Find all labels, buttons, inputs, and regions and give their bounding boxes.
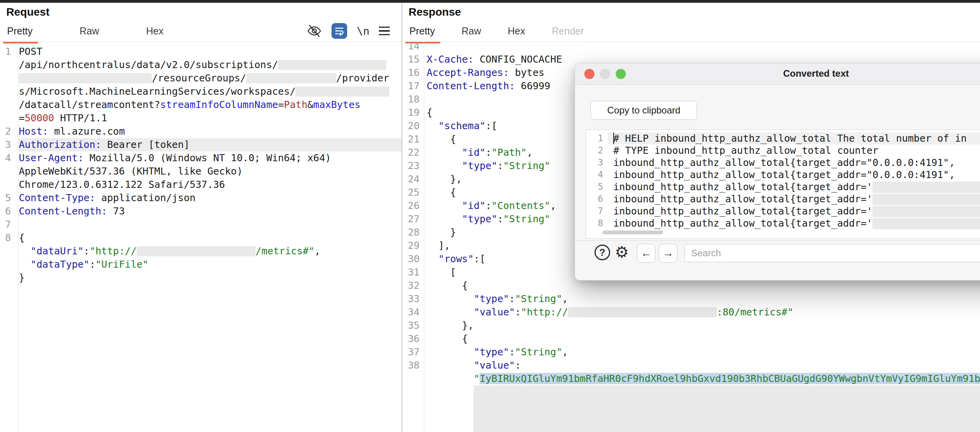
line-number: 16 (402, 66, 426, 79)
code-text: : (84, 245, 90, 257)
line-number: 23 (402, 159, 426, 173)
code-line: inbound_http_authz_allow_total{target_ad… (608, 169, 980, 181)
tab-hex[interactable]: Hex (146, 25, 163, 43)
converted-text-code[interactable]: 1# HELP inbound_http_authz_allow_total T… (585, 130, 980, 239)
code-line: } (18, 271, 402, 284)
line-number: 5 (0, 191, 18, 205)
code-row: 8{ (0, 231, 402, 245)
next-match-button[interactable]: → (659, 244, 677, 263)
code-row: 14 (402, 42, 980, 53)
request-editor[interactable]: 1POST/api/northcentralus/data/v2.0/subsc… (0, 42, 402, 432)
code-text: inbound_http_authz_allow_total{target_ad… (613, 169, 955, 180)
code-text: streamInfoColumnName (160, 99, 278, 110)
code-text: { (19, 232, 25, 243)
tab-pretty[interactable]: Pretty (7, 25, 32, 43)
line-number: 6 (586, 193, 608, 205)
line-number: 8 (586, 217, 608, 229)
code-line: s/Microsoft.MachineLearningServices/work… (18, 85, 402, 98)
code-text: "String" (515, 293, 562, 304)
code-text: inbound_http_authz_allow_total{target_ad… (613, 205, 872, 217)
line-number: 6 (0, 205, 18, 218)
code-row: 7inbound_http_authz_allow_total{target_a… (586, 205, 980, 217)
redacted-text (246, 73, 336, 83)
code-row: 1POST (0, 45, 402, 58)
code-line: =50000 HTTP/1.1 (18, 112, 402, 125)
code-text: : (497, 160, 503, 171)
code-row: AppleWebKit/537.36 (KHTML, like Gecko) (0, 165, 402, 178)
line-number: 1 (586, 132, 608, 144)
code-text: IyBIRUxQIGluYm91bmRfaHR0cF9hdXRoel9hbGxv… (479, 373, 980, 384)
menu-icon[interactable] (379, 27, 390, 36)
hide-matched-eye-icon[interactable] (306, 23, 322, 39)
code-text: , (527, 147, 533, 158)
code-text: Mozilla/5.0 (Windows NT 10.0; Win64; x64… (84, 152, 331, 164)
code-text: "Contents" (492, 200, 551, 211)
code-text: inbound_http_authz_allow_total{target_ad… (613, 181, 872, 193)
code-text: "id" (462, 147, 485, 158)
code-row: 8inbound_http_authz_allow_total{target_a… (586, 217, 980, 229)
line-number (0, 58, 18, 72)
code-text: "id" (462, 200, 485, 211)
tab-render: Render (552, 25, 584, 43)
code-text: /resourceGroups/ (152, 72, 246, 84)
request-tabs: PrettyRawHex (7, 25, 211, 43)
tab-raw[interactable]: Raw (461, 25, 481, 43)
code-row: 37 "type":"String", (402, 346, 980, 359)
search-input[interactable] (685, 244, 980, 262)
code-text (427, 360, 474, 371)
help-icon[interactable]: ? (594, 245, 610, 260)
line-number (0, 258, 18, 271)
code-text: inbound_http_authz_allow_total{target_ad… (613, 157, 955, 168)
code-text: "dataType" (31, 259, 90, 270)
code-line: { (426, 332, 980, 346)
code-line: inbound_http_authz_allow_total{target_ad… (608, 157, 980, 169)
line-number: 37 (402, 346, 426, 359)
horizontal-scrollbar-thumb[interactable] (602, 230, 663, 234)
converted-text-title: Converted text (575, 68, 980, 79)
converted-text-titlebar[interactable]: Converted text (575, 63, 980, 85)
code-text (427, 147, 462, 158)
code-text: , (562, 293, 568, 304)
code-text: : (509, 293, 515, 304)
previous-match-button[interactable]: ← (637, 244, 656, 263)
gear-icon[interactable]: ⚙ (615, 242, 629, 262)
code-text: : (486, 200, 492, 211)
line-number: 2 (586, 144, 608, 157)
line-number (0, 72, 18, 85)
code-line (18, 218, 402, 231)
line-number: 32 (402, 279, 426, 292)
code-text: & (308, 99, 313, 110)
line-number: 28 (402, 226, 426, 239)
word-wrap-icon[interactable] (331, 23, 347, 39)
code-text: POST (19, 46, 42, 57)
code-line: "value": (426, 359, 980, 372)
code-row: /api/northcentralus/data/v2.0/subscripti… (0, 58, 402, 72)
line-number: 4 (0, 151, 18, 165)
arrow-right-icon: → (663, 247, 674, 259)
code-text: "type" (462, 160, 497, 171)
line-number: 5 (586, 181, 608, 193)
code-text (427, 373, 474, 384)
code-text: Bearer [token] (101, 139, 190, 150)
copy-to-clipboard-button[interactable]: Copy to clipboard (591, 101, 697, 120)
line-number (0, 85, 18, 98)
code-text: { (427, 187, 456, 198)
code-line: "value":"http://:80/metrics#" (426, 306, 980, 319)
tab-raw[interactable]: Raw (79, 25, 99, 43)
code-row: 34 "value":"http://:80/metrics#" (402, 306, 980, 319)
code-text: /api/northcentralus/data/v2.0/subscripti… (19, 59, 278, 70)
code-text (19, 245, 31, 257)
code-text: [ (427, 266, 456, 278)
code-text: : (509, 346, 515, 358)
code-line: AppleWebKit/537.36 (KHTML, like Gecko) (18, 165, 402, 178)
line-number: 7 (586, 205, 608, 217)
code-row: 1# HELP inbound_http_authz_allow_total T… (586, 132, 980, 144)
tab-pretty[interactable]: Pretty (409, 25, 435, 43)
redacted-text (295, 86, 389, 97)
code-line: /api/northcentralus/data/v2.0/subscripti… (18, 58, 402, 72)
code-text: , (315, 245, 321, 257)
code-text: :[ (474, 253, 485, 265)
line-number: 22 (402, 146, 426, 159)
tab-hex[interactable]: Hex (508, 25, 525, 43)
newline-icon[interactable]: \n (357, 25, 369, 37)
